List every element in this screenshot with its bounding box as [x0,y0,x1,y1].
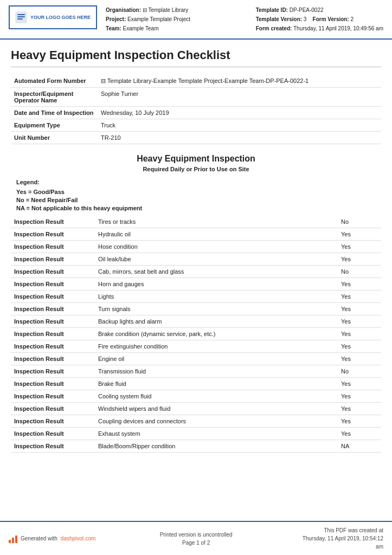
section-title: Heavy Equipment Inspection [11,154,381,164]
header: YOUR LOGO GOES HERE Organisation: ⊟ Temp… [0,0,392,40]
header-meta-right: Template ID: DP-PEA-0022 Template Versio… [256,5,383,33]
footer-center: Printed version is uncontrolled Page 1 o… [106,531,286,547]
info-field-value: Wednesday, 10 July 2019 [98,107,381,119]
inspection-label: Inspection Result [11,403,95,415]
form-created-row: Form created: Thursday, 11 April 2019, 1… [256,24,383,33]
info-field-value: ⊟ Template Library-Example Template Proj… [98,75,381,88]
inspection-label: Inspection Result [11,278,95,291]
inspection-item: Tires or tracks [95,216,338,228]
org-value: ⊟ Template Library [143,7,189,13]
inspection-row: Inspection Result Tires or tracks No [11,216,381,228]
info-row: Inspector/Equipment Operator Name Sophie… [11,88,381,107]
inspection-item: Fire extinguisher condition [95,340,338,353]
org-label: Organisation: [106,7,141,13]
inspection-item: Brake condition (dynamic service, park, … [95,328,338,340]
section-header: Heavy Equipment Inspection Required Dail… [11,154,381,172]
info-field-value: TR-210 [98,132,381,144]
inspection-label: Inspection Result [11,303,95,315]
dashpivot-link[interactable]: dashpivot.com [61,535,95,541]
inspection-row: Inspection Result Backup lights and alar… [11,315,381,328]
team-value: Example Team [123,25,159,31]
form-created-label: Form created: [256,25,292,31]
template-id-row: Template ID: DP-PEA-0022 [256,5,383,15]
footer-right-line3: am [297,543,383,551]
inspection-result: No [338,216,381,228]
main-content: Heavy Equipment Inspection Checklist Aut… [0,40,392,521]
inspection-label: Inspection Result [11,241,95,253]
generated-text: Generated with [21,535,57,541]
inspection-result: Yes [338,378,381,390]
footer-right-line2: Thursday, 11 April 2019, 10:54:12 [297,534,383,543]
template-version-label: Template Version: [256,16,302,22]
inspection-row: Inspection Result Cooling system fluid Y… [11,390,381,403]
inspection-result: Yes [338,291,381,303]
footer-right: This PDF was created at Thursday, 11 Apr… [297,526,383,551]
inspection-label: Inspection Result [11,353,95,365]
footer-page: Page 1 of 2 [106,539,286,547]
inspection-row: Inspection Result Lights Yes [11,291,381,303]
svg-rect-2 [17,18,23,20]
inspection-row: Inspection Result Hydraulic oil Yes [11,228,381,241]
inspection-result: Yes [338,328,381,340]
inspection-label: Inspection Result [11,216,95,228]
info-field-value: Truck [98,119,381,132]
inspection-label: Inspection Result [11,415,95,428]
info-field-label: Unit Number [11,132,98,144]
header-meta-left: Organisation: ⊟ Template Library Project… [106,5,190,33]
logo-box: YOUR LOGO GOES HERE [9,5,97,29]
info-row: Automated Form Number ⊟ Template Library… [11,75,381,88]
inspection-label: Inspection Result [11,328,95,340]
inspection-label: Inspection Result [11,253,95,266]
header-meta: Organisation: ⊟ Template Library Project… [106,5,383,33]
inspection-label: Inspection Result [11,228,95,241]
org-row: Organisation: ⊟ Template Library [106,5,190,15]
inspection-item: Brake fluid [95,378,338,390]
footer-uncontrolled: Printed version is uncontrolled [106,531,286,539]
section-subtitle: Required Daily or Prior to Use on Site [11,166,381,172]
footer-left: Generated with dashpivot.com [9,534,95,543]
inspection-item: Oil leak/lube [95,253,338,266]
inspection-row: Inspection Result Transmission fluid No [11,365,381,378]
inspection-label: Inspection Result [11,365,95,378]
inspection-result: No [338,266,381,278]
form-created-value: Thursday, 11 April 2019, 10:49:56 am [293,25,383,31]
project-label: Project: [106,16,126,22]
inspection-label: Inspection Result [11,378,95,390]
inspection-item: Coupling devices and connectors [95,415,338,428]
template-id-value: DP-PEA-0022 [290,7,324,13]
inspection-row: Inspection Result Exhaust system Yes [11,428,381,440]
inspection-result: Yes [338,278,381,291]
inspection-result: Yes [338,241,381,253]
inspection-item: Lights [95,291,338,303]
inspection-row: Inspection Result Oil leak/lube Yes [11,253,381,266]
svg-rect-3 [17,14,25,15]
legend-item: NA = Not applicable to this heavy equipm… [16,205,381,211]
legend-item: No = Need Repair/Fail [16,197,381,203]
info-table: Automated Form Number ⊟ Template Library… [11,75,381,144]
template-version-value: 3 [304,16,307,22]
logo-icon [15,11,27,23]
inspection-item: Transmission fluid [95,365,338,378]
inspection-row: Inspection Result Engine oil Yes [11,353,381,365]
inspection-result: Yes [338,390,381,403]
info-row: Unit Number TR-210 [11,132,381,144]
inspection-label: Inspection Result [11,291,95,303]
inspection-item: Exhaust system [95,428,338,440]
inspection-item: Windshield wipers and fluid [95,403,338,415]
inspection-result: Yes [338,403,381,415]
info-row: Date and Time of Inspection Wednesday, 1… [11,107,381,119]
legend-item: Yes = Good/Pass [16,189,381,195]
legend-title: Legend: [16,179,381,185]
form-version-value: 2 [351,16,354,22]
info-row: Equipment Type Truck [11,119,381,132]
team-row: Team: Example Team [106,24,190,33]
inspection-item: Horn and gauges [95,278,338,291]
page: YOUR LOGO GOES HERE Organisation: ⊟ Temp… [0,0,392,555]
inspection-row: Inspection Result Brake condition (dynam… [11,328,381,340]
inspection-item: Turn signals [95,303,338,315]
inspection-result: Yes [338,353,381,365]
inspection-row: Inspection Result Brake fluid Yes [11,378,381,390]
info-field-label: Date and Time of Inspection [11,107,98,119]
inspection-item: Cooling system fluid [95,390,338,403]
inspection-item: Hydraulic oil [95,228,338,241]
